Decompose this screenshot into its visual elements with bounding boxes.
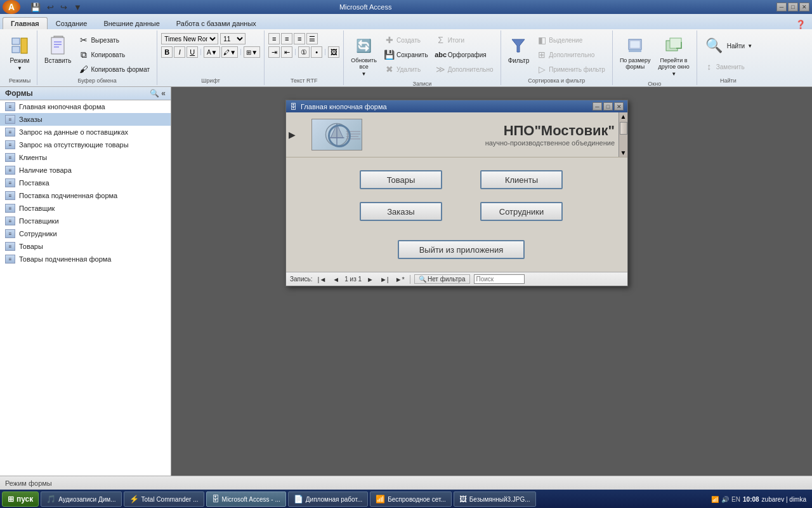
search-input[interactable] [474, 274, 525, 284]
record-next-btn[interactable]: ► [365, 276, 375, 283]
border-button[interactable]: ⊞▼ [244, 46, 260, 58]
exit-btn[interactable]: Выйти из приложения [398, 240, 525, 259]
modal-maximize-btn[interactable]: □ [603, 102, 613, 110]
delete-record-btn[interactable]: ✖ Удалить [381, 62, 431, 76]
copy-button[interactable]: ⧉ Копировать [75, 48, 153, 62]
spell-btn[interactable]: abc Орфография [433, 48, 497, 62]
font-content: Times New Roman 11 B I U A▼ 🖍▼ ⊞▼ [161, 32, 260, 76]
apply-filter-btn[interactable]: ▷ Применить фильтр [534, 62, 608, 76]
modal-minimize-btn[interactable]: ─ [593, 102, 602, 110]
sidebar-item-employees[interactable]: ≡ Сотрудники [0, 227, 171, 240]
refresh-dropdown[interactable]: ▼ [362, 71, 367, 77]
font-family-select[interactable]: Times New Roman [161, 33, 218, 44]
start-button[interactable]: ⊞ пуск [2, 491, 39, 507]
mode-button[interactable]: Режим ▼ [6, 33, 33, 74]
sidebar-search-btn[interactable]: 🔍 [150, 89, 159, 98]
filter-button[interactable]: Фильтр [505, 33, 533, 67]
sidebar-item-main-form[interactable]: ≡ Главная кнопочная форма [0, 100, 171, 113]
record-prev-btn[interactable]: ◄ [331, 276, 341, 283]
highlight-button[interactable]: 🖍▼ [221, 46, 238, 58]
orders-btn[interactable]: Заказы [360, 202, 442, 221]
employees-btn[interactable]: Сотрудники [480, 202, 563, 221]
italic-button[interactable]: I [174, 46, 185, 58]
refresh-all-button[interactable]: 🔄 Обновитьвсе ▼ [348, 33, 380, 79]
outdent-btn[interactable]: ⇤ [281, 46, 292, 58]
align-left-btn[interactable]: ≡ [268, 33, 280, 44]
quick-access-redo[interactable]: ↪ [59, 2, 69, 13]
align-center-btn[interactable]: ≡ [281, 33, 292, 44]
minimize-btn[interactable]: ─ [776, 3, 787, 11]
taskbar-item-diploma[interactable]: 📄 Дипломная работ... [288, 491, 368, 507]
find-dropdown[interactable]: ▼ [747, 43, 752, 49]
additional-btn[interactable]: ⊞ Дополнительно [534, 48, 608, 62]
cut-button[interactable]: ✂ Вырезать [75, 33, 153, 47]
tab-external[interactable]: Внешние данные [95, 17, 167, 29]
sidebar-item-orders[interactable]: ≡ Заказы [0, 113, 171, 126]
close-btn[interactable]: ✕ [799, 3, 809, 11]
list-bullet-btn[interactable]: • [311, 46, 322, 58]
indent-btn[interactable]: ⇥ [268, 46, 280, 58]
modal-scrollbar[interactable]: ▲ ▼ [619, 112, 627, 157]
scroll-down-btn[interactable]: ▼ [619, 149, 627, 157]
align-right-btn[interactable]: ≡ [294, 33, 305, 44]
scroll-thumb[interactable] [620, 122, 627, 135]
scroll-up-btn[interactable]: ▲ [619, 112, 627, 121]
no-filter-btn[interactable]: 🔍 Нет фильтра [414, 274, 470, 284]
sidebar-item-supply-sub[interactable]: ≡ Поставка подчиненная форма [0, 189, 171, 202]
taskbar-item-network[interactable]: 📶 Беспроводное сет... [370, 491, 452, 507]
sidebar-item-availability[interactable]: ≡ Наличие товара [0, 164, 171, 177]
tab-home[interactable]: Главная [3, 17, 48, 29]
sidebar-item-goods-sub[interactable]: ≡ Товары подчиненная форма [0, 253, 171, 265]
bold-button[interactable]: B [161, 46, 173, 58]
sidebar-item-goods[interactable]: ≡ Товары [0, 240, 171, 253]
taskbar-item-commander[interactable]: ⚡ Total Commander ... [124, 491, 204, 507]
sidebar-item-query-missing[interactable]: ≡ Запрос на отсутствующие товары [0, 138, 171, 151]
list-num-btn[interactable]: ① [298, 46, 310, 58]
justify-btn[interactable]: ☰ [306, 33, 318, 44]
record-first-btn[interactable]: |◄ [317, 276, 328, 283]
clients-btn[interactable]: Клиенты [480, 170, 563, 189]
font-size-select[interactable]: 11 [220, 33, 246, 44]
other-window-dropdown[interactable]: ▼ [671, 71, 676, 77]
tab-create[interactable]: Создание [48, 17, 96, 29]
totals-btn[interactable]: Σ Итоги [433, 33, 497, 47]
mode-dropdown-icon[interactable]: ▼ [17, 65, 22, 71]
help-icon[interactable]: ❓ [796, 20, 806, 29]
sidebar-item-supply[interactable]: ≡ Поставка [0, 177, 171, 189]
sidebar-item-clients[interactable]: ≡ Клиенты [0, 151, 171, 164]
format-copy-button[interactable]: 🖌 Копировать формат [75, 62, 153, 76]
sidebar-collapse-btn[interactable]: « [161, 89, 166, 98]
create-record-btn[interactable]: ✚ Создать [381, 33, 431, 47]
underline-button[interactable]: U [187, 46, 198, 58]
quick-access-save[interactable]: 💾 [29, 2, 42, 13]
replace-btn[interactable]: ↕ Заменить [701, 60, 748, 74]
sidebar-item-supplier[interactable]: ≡ Поставщик [0, 202, 171, 215]
paste-button[interactable]: Вставить [41, 33, 74, 67]
form-navigate-arrow[interactable]: ▶ [286, 127, 298, 142]
tab-database[interactable]: Работа с базами данных [168, 17, 265, 29]
font-color-button[interactable]: A▼ [204, 46, 220, 58]
fit-form-label: По размеруформы [620, 57, 651, 70]
taskbar-item-image[interactable]: 🖼 Безымянный3.JPG... [454, 491, 536, 507]
record-last-btn[interactable]: ►| [379, 276, 390, 283]
goods-btn[interactable]: Товары [360, 170, 442, 189]
form-icon-employees: ≡ [5, 229, 15, 238]
more-btn[interactable]: ≫ Дополнительно [433, 62, 497, 76]
window-group-label: Окно [648, 79, 661, 87]
other-window-button[interactable]: Перейти вдругое окно ▼ [655, 33, 693, 79]
save-record-btn[interactable]: 💾 Сохранить [381, 48, 431, 62]
quick-access-dropdown[interactable]: ▼ [72, 2, 83, 13]
modal-close-btn[interactable]: ✕ [614, 102, 624, 110]
quick-access-undo[interactable]: ↩ [46, 2, 55, 13]
record-new-btn[interactable]: ►* [394, 276, 406, 283]
image-btn[interactable]: 🖼 [328, 46, 339, 58]
taskbar-item-access[interactable]: 🗄 Microsoft Access - ... [206, 491, 286, 507]
tray-lang[interactable]: EN [731, 496, 740, 503]
sidebar-item-suppliers[interactable]: ≡ Поставщики [0, 215, 171, 227]
maximize-btn[interactable]: □ [788, 3, 798, 11]
find-button[interactable]: 🔍 Найти ▼ [701, 33, 756, 58]
taskbar-item-audio[interactable]: 🎵 Аудиозаписи Дим... [41, 491, 121, 507]
selection-btn[interactable]: ◧ Выделение [534, 33, 608, 47]
sidebar-item-query-suppliers[interactable]: ≡ Запрос на данные о поставщиках [0, 126, 171, 138]
fit-form-button[interactable]: По размеруформы [617, 33, 654, 72]
